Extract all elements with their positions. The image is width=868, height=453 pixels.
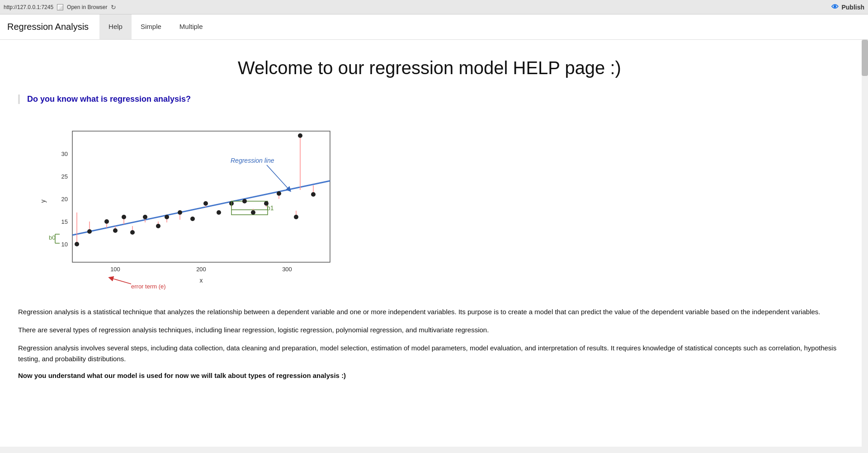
svg-point-51 <box>264 201 269 206</box>
svg-point-57 <box>298 133 302 138</box>
svg-line-67 <box>111 278 131 284</box>
svg-point-38 <box>203 201 208 206</box>
svg-text:b1: b1 <box>267 204 274 212</box>
svg-point-40 <box>217 210 221 215</box>
bold-paragraph: Now you understand what our model is use… <box>18 372 841 379</box>
svg-point-47 <box>242 199 247 203</box>
paragraph-2: There are several types of regression an… <box>18 325 841 335</box>
tab-help[interactable]: Help <box>99 14 132 39</box>
paragraph-3: Regression analysis involves several ste… <box>18 343 841 364</box>
nav-tabs: Help Simple Multiple <box>99 14 212 39</box>
svg-point-22 <box>113 228 118 233</box>
svg-point-36 <box>190 217 195 221</box>
tab-multiple[interactable]: Multiple <box>170 14 212 39</box>
app-title: Regression Analysis <box>7 22 89 32</box>
scrollbar[interactable] <box>862 40 868 447</box>
svg-text:300: 300 <box>282 266 292 273</box>
svg-point-26 <box>130 230 135 235</box>
svg-point-55 <box>294 215 298 219</box>
svg-text:200: 200 <box>196 266 206 273</box>
browser-url: http://127.0.0.1:7245 <box>4 4 53 10</box>
chart-error-label: error term (e) <box>36 276 344 294</box>
svg-point-18 <box>87 229 92 234</box>
svg-point-24 <box>122 215 126 219</box>
reload-button[interactable]: ↻ <box>111 4 116 11</box>
page-heading: Welcome to our regression model HELP pag… <box>18 58 841 78</box>
section-question-text: Do you know what is regression analysis? <box>27 94 841 104</box>
svg-point-20 <box>104 219 109 224</box>
app-header: Regression Analysis Help Simple Multiple <box>0 14 868 40</box>
svg-text:y: y <box>39 200 47 203</box>
chart-container: 10 15 20 25 30 y 100 200 300 x <box>36 122 344 296</box>
svg-text:30: 30 <box>61 151 68 157</box>
scroll-thumb[interactable] <box>862 40 868 76</box>
svg-text:100: 100 <box>110 266 120 273</box>
page-icon <box>57 4 63 10</box>
svg-point-53 <box>277 191 281 196</box>
svg-point-30 <box>156 224 160 228</box>
svg-point-32 <box>165 215 169 219</box>
svg-point-16 <box>75 242 79 246</box>
svg-point-59 <box>311 192 316 197</box>
svg-rect-1 <box>72 131 330 262</box>
section-question: Do you know what is regression analysis? <box>18 94 841 104</box>
svg-text:20: 20 <box>61 196 68 203</box>
svg-text:b0: b0 <box>49 234 55 241</box>
svg-point-49 <box>251 210 255 215</box>
publish-eye-icon: 👁 <box>831 3 839 11</box>
open-in-browser-link[interactable]: Open in Browser <box>67 4 107 10</box>
svg-point-28 <box>143 215 147 219</box>
svg-point-34 <box>178 210 182 215</box>
browser-bar: http://127.0.0.1:7245 Open in Browser ↻ … <box>0 0 868 14</box>
svg-text:15: 15 <box>61 218 68 225</box>
svg-text:25: 25 <box>61 173 68 180</box>
publish-label: Publish <box>841 4 864 11</box>
publish-button[interactable]: 👁 Publish <box>831 3 864 11</box>
regression-chart: 10 15 20 25 30 y 100 200 300 x <box>36 122 344 285</box>
svg-text:10: 10 <box>61 241 68 248</box>
svg-text:Regression line: Regression line <box>231 157 274 164</box>
main-content: Welcome to our regression model HELP pag… <box>0 40 868 447</box>
tab-simple[interactable]: Simple <box>132 14 170 39</box>
svg-text:error term (e): error term (e) <box>131 283 166 290</box>
paragraph-1: Regression analysis is a statistical tec… <box>18 307 841 317</box>
